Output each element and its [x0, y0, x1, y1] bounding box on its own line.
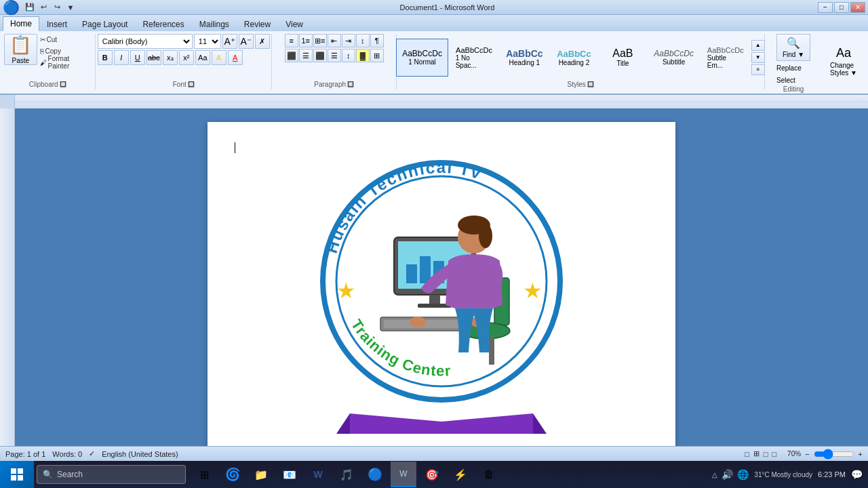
window-title: Document1 - Microsoft Word — [400, 3, 495, 12]
style-heading2[interactable]: AaBbCc Heading 2 — [550, 39, 597, 77]
shrink-font-btn[interactable]: A⁻ — [239, 34, 254, 49]
styles-scroll-up[interactable]: ▲ — [751, 40, 765, 51]
shading-button[interactable]: ▓ — [356, 49, 370, 62]
text-case-button[interactable]: Aa — [195, 50, 210, 65]
zoom-slider[interactable] — [814, 449, 854, 460]
bullets-button[interactable]: ≡ — [285, 34, 298, 47]
decrease-indent-button[interactable]: ⇤ — [328, 34, 341, 47]
ruler-corner — [0, 95, 15, 108]
select-button[interactable]: Select — [776, 75, 795, 85]
word-count: Words: 0 — [52, 450, 82, 458]
replace-button[interactable]: Replace — [776, 62, 802, 73]
tab-references[interactable]: References — [135, 17, 191, 31]
change-styles-icon[interactable]: Aa — [836, 46, 851, 60]
font-name-select[interactable]: Calibri (Body) — [98, 34, 193, 49]
redo-qa-btn[interactable]: ↪ — [51, 1, 63, 14]
taskbar-edge[interactable]: 🌀 — [220, 462, 245, 487]
font-expand[interactable]: 🔲 — [188, 81, 195, 87]
taskbar-music[interactable]: 🎵 — [334, 462, 359, 487]
clipboard-expand[interactable]: 🔲 — [60, 81, 66, 87]
notification-btn[interactable]: 💬 — [851, 469, 863, 480]
styles-expand[interactable]: 🔲 — [587, 81, 594, 87]
change-styles-label[interactable]: ChangeStyles ▼ — [830, 62, 857, 77]
cut-button[interactable]: ✂Cut — [40, 34, 92, 45]
styles-more[interactable]: ≡ — [751, 64, 765, 75]
font-style-row: B I U abc x₂ x² Aa A A — [98, 50, 243, 65]
tab-view[interactable]: View — [278, 17, 311, 31]
align-left-button[interactable]: ⬛ — [285, 49, 298, 62]
tab-home[interactable]: Home — [3, 16, 39, 31]
layout-btn4[interactable]: □ — [772, 450, 776, 458]
close-btn[interactable]: ✕ — [850, 2, 865, 13]
style-normal[interactable]: AaBbCcDc 1 Normal — [396, 39, 448, 77]
tab-mailings[interactable]: Mailings — [192, 17, 237, 31]
taskbar-app1[interactable]: 🎯 — [419, 462, 445, 487]
show-marks-button[interactable]: ¶ — [370, 34, 384, 47]
layout-btn1[interactable]: □ — [745, 450, 749, 458]
tray-network[interactable]: 🌐 — [737, 469, 749, 480]
maximize-btn[interactable]: □ — [834, 2, 849, 13]
taskbar-word[interactable]: W — [305, 462, 331, 487]
styles-scroll-down[interactable]: ▼ — [751, 52, 765, 63]
sort-button[interactable]: ↕ — [356, 34, 370, 47]
style-no-space[interactable]: AaBbCcDc 1 No Spac... — [450, 39, 499, 77]
tab-page-layout[interactable]: Page Layout — [75, 17, 135, 31]
style-subtle-em[interactable]: AaBbCcDc Subtle Em... — [701, 39, 750, 77]
line-spacing-button[interactable]: ↕ — [342, 49, 355, 62]
highlight-button[interactable]: A — [212, 50, 226, 65]
bold-button[interactable]: B — [98, 50, 113, 65]
zoom-in-btn[interactable]: + — [859, 450, 863, 458]
align-right-button[interactable]: ⬛ — [313, 49, 327, 62]
taskbar-app3[interactable]: 🗑 — [476, 462, 502, 487]
taskbar-explorer[interactable]: 📁 — [248, 462, 274, 487]
format-painter-button[interactable]: 🖌Format Painter — [40, 57, 92, 68]
save-qa-btn[interactable]: 💾 — [24, 1, 36, 14]
style-heading1[interactable]: AaBbCc Heading 1 — [500, 39, 549, 77]
page-indicator: Page: 1 of 1 — [5, 450, 45, 458]
find-button[interactable]: 🔍 Find ▼ — [776, 34, 810, 61]
multilevel-button[interactable]: ⊞≡ — [313, 34, 327, 47]
start-button[interactable] — [0, 461, 34, 488]
taskbar-word-active[interactable]: W — [391, 462, 416, 487]
tray-arrow[interactable]: △ — [712, 471, 717, 479]
style-normal-preview: AaBbCcDc — [402, 49, 442, 58]
editing-group: 🔍 Find ▼ Replace Select Editing — [768, 34, 822, 89]
font-size-select[interactable]: 11 — [194, 34, 221, 49]
taskbar-mail[interactable]: 📧 — [277, 462, 302, 487]
italic-button[interactable]: I — [114, 50, 129, 65]
search-bar[interactable]: 🔍 Search — [37, 465, 186, 484]
layout-btn2[interactable]: ⊞ — [753, 449, 760, 458]
time-display[interactable]: 6:23 PM — [818, 470, 846, 479]
align-center-button[interactable]: ☰ — [299, 49, 313, 62]
taskbar-task-view[interactable]: ⊞ — [191, 462, 217, 487]
document-scroll[interactable]: Husain Technical Tv Training Center ★ ★ — [15, 108, 868, 446]
star-left: ★ — [336, 279, 356, 303]
style-subtitle[interactable]: AaBbCcDc Subtitle — [648, 39, 699, 77]
tray-speaker[interactable]: 🔊 — [722, 469, 733, 480]
strikethrough-button[interactable]: abc — [146, 50, 161, 65]
borders-button[interactable]: ⊞ — [370, 49, 384, 62]
grow-font-btn[interactable]: A⁺ — [222, 34, 237, 49]
paste-button[interactable]: 📋 Paste — [4, 34, 37, 65]
layout-btn3[interactable]: □ — [764, 450, 768, 458]
superscript-button[interactable]: x² — [179, 50, 194, 65]
paragraph-expand[interactable]: 🔲 — [347, 81, 354, 87]
customize-qa-btn[interactable]: ▼ — [64, 1, 77, 14]
style-title[interactable]: AaB Title — [599, 39, 646, 77]
clear-format-btn[interactable]: ✗ — [255, 34, 270, 49]
subscript-button[interactable]: x₂ — [163, 50, 178, 65]
numbering-button[interactable]: 1≡ — [299, 34, 313, 47]
taskbar-chrome[interactable]: 🔵 — [362, 462, 388, 487]
svg-rect-16 — [489, 338, 494, 365]
font-color-button[interactable]: A — [228, 50, 243, 65]
zoom-out-btn[interactable]: − — [805, 450, 809, 458]
justify-button[interactable]: ☰ — [328, 49, 341, 62]
svg-point-20 — [410, 317, 426, 327]
taskbar-app2[interactable]: ⚡ — [448, 462, 473, 487]
increase-indent-button[interactable]: ⇥ — [342, 34, 355, 47]
tab-insert[interactable]: Insert — [39, 17, 75, 31]
tab-review[interactable]: Review — [237, 17, 278, 31]
underline-button[interactable]: U — [130, 50, 145, 65]
minimize-btn[interactable]: − — [818, 2, 833, 13]
undo-qa-btn[interactable]: ↩ — [37, 1, 50, 14]
